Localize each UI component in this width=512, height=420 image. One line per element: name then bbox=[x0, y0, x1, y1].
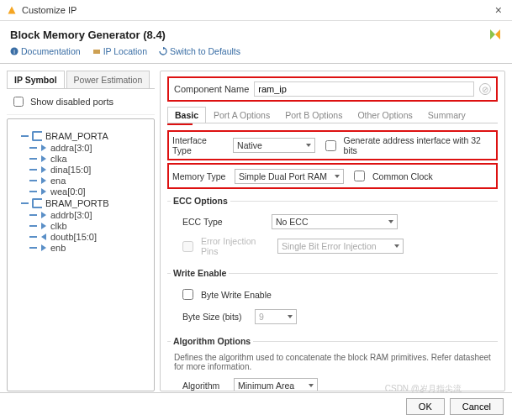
group-bar-icon bbox=[21, 135, 29, 137]
algorithm-legend: Algorithm Options bbox=[171, 336, 253, 346]
left-panel: IP Symbol Power Estimation Show disabled… bbox=[7, 71, 155, 391]
cancel-button[interactable]: Cancel bbox=[450, 398, 504, 415]
interface-type-select[interactable]: Native bbox=[233, 138, 314, 153]
component-name-row: Component Name ⊘ bbox=[167, 76, 498, 102]
algorithm-row: Algorithm Minimum Area bbox=[171, 375, 494, 391]
folder-icon bbox=[92, 47, 101, 55]
tab-port-a[interactable]: Port A Options bbox=[206, 107, 277, 123]
ecc-legend: ECC Options bbox=[171, 196, 230, 206]
page-title: Block Memory Generator (8.4) bbox=[10, 29, 488, 41]
memory-type-row: Memory Type Simple Dual Port RAM Common … bbox=[167, 163, 498, 189]
switch-defaults-link[interactable]: Switch to Defaults bbox=[159, 46, 240, 56]
ecc-type-label: ECC Type bbox=[182, 217, 267, 227]
common-clock-label: Common Clock bbox=[372, 171, 433, 181]
byte-size-select: 9 bbox=[255, 309, 297, 324]
show-disabled-checkbox[interactable] bbox=[13, 97, 24, 107]
chevron-down-icon bbox=[335, 175, 340, 178]
gen-addr-label: Generate address interface with 32 bits bbox=[344, 135, 494, 155]
algorithm-select[interactable]: Minimum Area bbox=[234, 378, 318, 391]
port-pin: dina[15:0] bbox=[29, 165, 147, 175]
left-tabs: IP Symbol Power Estimation bbox=[7, 71, 155, 89]
error-injection-checkbox bbox=[182, 241, 193, 252]
tab-port-b[interactable]: Port B Options bbox=[277, 107, 350, 123]
pin-in-icon bbox=[41, 144, 46, 151]
port-pin: addra[3:0] bbox=[29, 143, 147, 153]
tab-summary[interactable]: Summary bbox=[420, 107, 473, 123]
tab-other[interactable]: Other Options bbox=[350, 107, 420, 123]
port-group-b: BRAM_PORTB bbox=[21, 198, 147, 208]
port-pin: addrb[3:0] bbox=[29, 210, 147, 220]
ip-symbol-view: BRAM_PORTA addra[3:0] clka dina[15:0] en… bbox=[7, 118, 155, 391]
refresh-icon bbox=[159, 47, 167, 55]
info-icon: i bbox=[10, 47, 18, 55]
write-enable-legend: Write Enable bbox=[171, 268, 229, 278]
app-icon bbox=[7, 5, 17, 15]
gen-addr-checkbox[interactable] bbox=[325, 140, 336, 151]
port-pin: clkb bbox=[29, 221, 147, 231]
port-pin: wea[0:0] bbox=[29, 186, 147, 197]
ecc-type-select[interactable]: No ECC bbox=[272, 214, 398, 229]
pin-bar-icon bbox=[29, 147, 37, 149]
error-injection-label: Error Injection Pins bbox=[201, 236, 272, 256]
port-pin: clka bbox=[29, 154, 147, 164]
show-disabled-row: Show disabled ports bbox=[7, 89, 155, 115]
right-tabs: Basic Port A Options Port B Options Othe… bbox=[167, 107, 498, 123]
port-pin: ena bbox=[29, 176, 147, 186]
port-group-a: BRAM_PORTA bbox=[21, 131, 147, 141]
xilinx-logo-icon bbox=[488, 28, 502, 41]
component-name-input[interactable] bbox=[254, 81, 474, 97]
footer: OK Cancel bbox=[0, 392, 512, 420]
algorithm-options-group: Algorithm Options Defines the algorithm … bbox=[167, 336, 498, 391]
common-clock-checkbox[interactable] bbox=[354, 171, 365, 181]
tab-ip-symbol[interactable]: IP Symbol bbox=[7, 71, 65, 88]
chevron-down-icon bbox=[288, 315, 293, 318]
header: Block Memory Generator (8.4) bbox=[0, 21, 512, 45]
algorithm-note: Defines the algorithm used to concatenat… bbox=[174, 353, 491, 371]
byte-size-row: Byte Size (bits) 9 bbox=[171, 306, 494, 328]
close-icon[interactable]: × bbox=[492, 3, 505, 17]
byte-we-row: Byte Write Enable bbox=[171, 283, 494, 306]
linkbar: iDocumentation IP Location Switch to Def… bbox=[0, 45, 512, 64]
chevron-down-icon bbox=[388, 220, 393, 223]
group-bracket-icon bbox=[32, 131, 42, 141]
interface-type-label: Interface Type bbox=[172, 135, 228, 155]
clear-icon[interactable]: ⊘ bbox=[479, 83, 491, 95]
ip-location-link[interactable]: IP Location bbox=[92, 46, 147, 56]
svg-rect-2 bbox=[93, 50, 100, 54]
port-pin: doutb[15:0] bbox=[29, 232, 147, 242]
show-disabled-label: Show disabled ports bbox=[30, 97, 113, 107]
ok-button[interactable]: OK bbox=[406, 398, 445, 415]
tab-power-estimation[interactable]: Power Estimation bbox=[66, 71, 150, 88]
algorithm-label: Algorithm bbox=[182, 381, 229, 391]
byte-we-label: Byte Write Enable bbox=[201, 290, 272, 300]
pin-out-icon bbox=[41, 234, 46, 240]
chevron-down-icon bbox=[306, 144, 311, 147]
titlebar: Customize IP × bbox=[0, 0, 512, 21]
window-title: Customize IP bbox=[22, 5, 492, 15]
memory-type-select[interactable]: Simple Dual Port RAM bbox=[235, 169, 344, 184]
chevron-down-icon bbox=[309, 384, 314, 387]
byte-we-checkbox[interactable] bbox=[182, 289, 193, 300]
port-pin: enb bbox=[29, 243, 147, 253]
active-tab-underline bbox=[167, 123, 193, 125]
byte-size-label: Byte Size (bits) bbox=[182, 312, 250, 322]
chevron-down-icon bbox=[394, 244, 399, 248]
error-injection-row: Error Injection Pins Single Bit Error In… bbox=[171, 233, 494, 260]
component-name-label: Component Name bbox=[174, 84, 249, 94]
interface-type-row: Interface Type Native Generate address i… bbox=[167, 130, 498, 160]
tab-basic[interactable]: Basic bbox=[167, 107, 206, 123]
write-enable-group: Write Enable Byte Write Enable Byte Size… bbox=[167, 268, 498, 329]
ecc-options-group: ECC Options ECC Type No ECC Error Inject… bbox=[167, 196, 498, 261]
right-panel: Component Name ⊘ Basic Port A Options Po… bbox=[160, 71, 505, 391]
documentation-link[interactable]: iDocumentation bbox=[10, 46, 81, 56]
memory-type-label: Memory Type bbox=[172, 171, 230, 181]
error-injection-select: Single Bit Error Injection bbox=[277, 239, 404, 254]
ecc-type-row: ECC Type No ECC bbox=[171, 211, 494, 233]
